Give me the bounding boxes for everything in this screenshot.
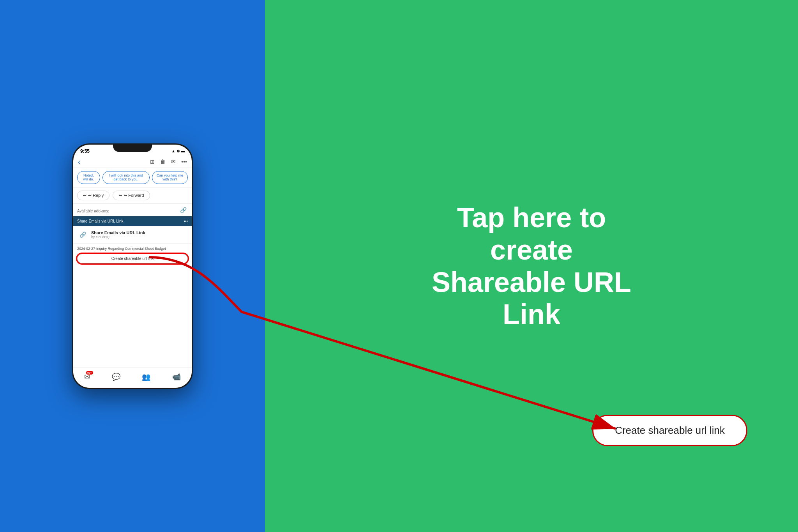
more-icon[interactable]: •••: [181, 159, 187, 165]
reply-button[interactable]: ↩ ↩ Reply: [77, 191, 109, 200]
addon-item: 🔗 Share Emails via URL Link by cloudHQ: [73, 226, 192, 244]
wifi-icon: ⊛: [177, 149, 180, 153]
gmail-nav-icon[interactable]: ✉ 99+: [84, 373, 90, 381]
reply-chip-1[interactable]: Noted, will do.: [77, 171, 100, 184]
create-url-button-phone[interactable]: Create shareable url link: [77, 254, 188, 263]
forward-arrow-icon: ↪: [118, 193, 122, 198]
right-panel: Tap here to create Shareable URL Link Cr…: [265, 0, 798, 532]
smart-replies: Noted, will do. I will look into this an…: [73, 168, 192, 188]
cta-expanded-container: Create shareable url link: [592, 415, 747, 446]
reply-chip-3[interactable]: Can you help me with this?: [152, 171, 188, 184]
compose-icon[interactable]: ✉: [171, 159, 176, 165]
addon-link-icon: 🔗: [180, 207, 188, 215]
notification-badge: 99+: [86, 371, 93, 375]
video-icon: 📹: [172, 373, 181, 381]
addon-sub: by cloudHQ: [91, 235, 145, 239]
reply-label: ↩ Reply: [88, 193, 104, 198]
video-nav-icon[interactable]: 📹: [172, 373, 181, 381]
addon-icon: 🔗: [77, 229, 88, 240]
email-subject: 2024-02-27-Inquiry Regarding Commercial …: [73, 244, 192, 252]
addons-label-row: Available add-ons: 🔗: [73, 204, 192, 216]
heading-line3: Shareable URL: [432, 267, 631, 298]
chat-icon: 💬: [112, 373, 120, 381]
chat-nav-icon[interactable]: 💬: [112, 373, 120, 381]
addon-header-bar: Share Emails via URL Link •••: [73, 216, 192, 226]
reply-forward-row: ↩ ↩ Reply ↪ ↪ Forward: [73, 187, 192, 204]
phone-screen: 9:55 ▲ ⊛ ▬ ‹ ⊞ 🗑 ✉ ••• Noted, wil: [73, 145, 192, 388]
left-panel: 9:55 ▲ ⊛ ▬ ‹ ⊞ 🗑 ✉ ••• Noted, wil: [0, 0, 265, 532]
toolbar-icons: ⊞ 🗑 ✉ •••: [150, 159, 187, 165]
right-content: Tap here to create Shareable URL Link Cr…: [265, 0, 798, 532]
signal-icon: ▲: [171, 149, 175, 153]
phone-mockup: 9:55 ▲ ⊛ ▬ ‹ ⊞ 🗑 ✉ ••• Noted, wil: [72, 143, 193, 389]
main-heading: Tap here to create Shareable URL Link: [408, 201, 655, 331]
email-toolbar: ‹ ⊞ 🗑 ✉ •••: [73, 156, 192, 168]
status-icons: ▲ ⊛ ▬: [171, 149, 185, 153]
heading-line1: Tap here to: [457, 202, 606, 233]
meet-people-icon: 👥: [142, 373, 150, 381]
bottom-nav: ✉ 99+ 💬 👥 📹: [73, 368, 192, 388]
addon-title: Share Emails via URL Link: [91, 230, 145, 235]
trash-icon[interactable]: 🗑: [160, 159, 166, 165]
back-button[interactable]: ‹: [78, 158, 80, 166]
create-url-button-large[interactable]: Create shareable url link: [592, 415, 747, 446]
addon-header-more[interactable]: •••: [184, 219, 188, 223]
reply-arrow-icon: ↩: [83, 193, 87, 198]
status-time: 9:55: [80, 148, 90, 154]
heading-line4: Link: [503, 299, 560, 330]
forward-label: ↪ Forward: [124, 193, 144, 198]
archive-icon[interactable]: ⊞: [150, 159, 155, 165]
addon-header-title: Share Emails via URL Link: [77, 219, 124, 223]
addon-info: Share Emails via URL Link by cloudHQ: [91, 230, 145, 239]
phone-notch: [113, 143, 152, 152]
meet-nav-icon[interactable]: 👥: [142, 373, 150, 381]
reply-chip-2[interactable]: I will look into this and get back to yo…: [102, 171, 150, 184]
forward-button[interactable]: ↪ ↪ Forward: [113, 191, 150, 200]
heading-line2: create: [490, 234, 573, 265]
addons-label-text: Available add-ons:: [77, 209, 109, 213]
battery-icon: ▬: [181, 149, 185, 153]
